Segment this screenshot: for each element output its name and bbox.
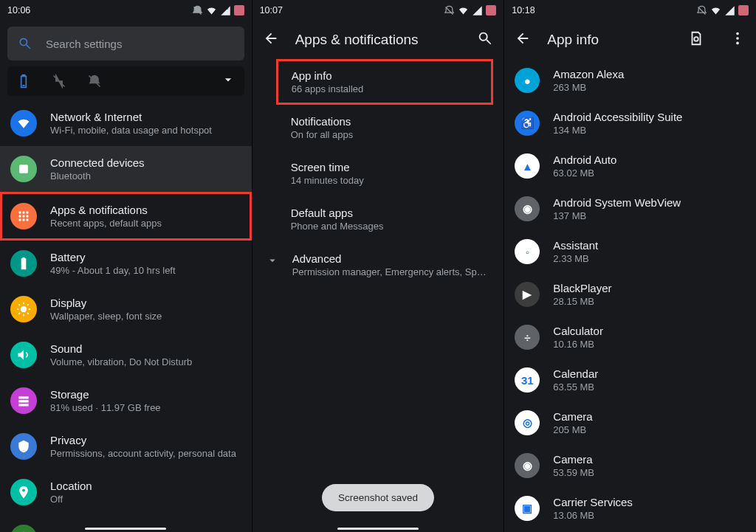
app-item[interactable]: ÷Calculator10.16 MB <box>504 316 756 359</box>
settings-item-sub: Bluetooth <box>50 170 145 182</box>
app-item[interactable]: ◉Camera53.59 MB <box>504 444 756 487</box>
item-title: Screen time <box>291 161 487 173</box>
app-item[interactable]: ◉Android System WebView137 MB <box>504 187 756 230</box>
app-item[interactable]: ◎Camera205 MB <box>504 401 756 444</box>
settings-panel: 10:06 x Search settings Network & Intern… <box>0 0 252 532</box>
sound-icon <box>10 342 37 368</box>
settings-item-sub: Wallpaper, sleep, font size <box>50 311 162 322</box>
settings-item-privacy[interactable]: PrivacyPermissions, account activity, pe… <box>0 424 252 469</box>
app-icon: ◉ <box>515 196 540 221</box>
app-item[interactable]: ▣Carrier Services13.06 MB <box>504 487 756 530</box>
app-size: 10.16 MB <box>553 339 603 350</box>
app-icon: ▣ <box>515 496 540 521</box>
search-input[interactable]: Search settings <box>7 27 244 61</box>
app-size: 13.06 MB <box>553 510 633 521</box>
app-name: Camera <box>553 453 594 466</box>
app-item[interactable]: ▶BlackPlayer28.15 MB <box>504 273 756 316</box>
settings-item-title: Network & Internet <box>50 111 212 123</box>
back-button[interactable] <box>515 30 531 49</box>
app-name: Calendar <box>553 367 598 380</box>
back-button[interactable] <box>263 30 279 49</box>
filter-button[interactable] <box>688 30 704 49</box>
app-item[interactable]: ●Amazon Alexa263 MB <box>504 59 756 102</box>
dnd-icon <box>192 5 203 16</box>
app-size: 2.33 MB <box>553 253 598 264</box>
app-size: 263 MB <box>553 82 624 93</box>
app-icon: 31 <box>515 367 540 393</box>
apps-item-notifs[interactable]: NotificationsOn for all apps <box>252 105 504 151</box>
app-name: Amazon Alexa <box>553 68 624 80</box>
toast: Screenshot saved <box>322 484 434 511</box>
app-icon: ♿ <box>515 111 540 136</box>
app-size: 63.02 MB <box>553 167 616 179</box>
settings-item-sub: Recent apps, default apps <box>50 218 162 229</box>
app-icon: ● <box>515 68 540 93</box>
file-search-icon <box>688 30 704 46</box>
svg-point-7 <box>26 215 28 217</box>
app-icon: ▲ <box>515 153 540 179</box>
page-title: App info <box>547 32 672 48</box>
status-icons <box>696 5 749 16</box>
svg-point-19 <box>736 42 739 45</box>
app-item[interactable]: 31Calendar63.55 MB <box>504 359 756 401</box>
settings-item-apps[interactable]: Apps & notificationsRecent apps, default… <box>0 192 252 241</box>
apps-item-screentime[interactable]: Screen time14 minutes today <box>252 151 504 196</box>
dnd-icon <box>444 5 455 16</box>
svg-point-11 <box>21 306 27 312</box>
item-title: Default apps <box>291 207 487 219</box>
wifi-icon <box>206 5 217 16</box>
search-button[interactable] <box>477 30 493 49</box>
item-sub: 66 apps installed <box>292 83 478 94</box>
app-item[interactable]: ♿Android Accessibility Suite134 MB <box>504 102 756 145</box>
settings-item-storage[interactable]: Storage81% used · 11.97 GB free <box>0 378 252 424</box>
settings-item-location[interactable]: LocationOff <box>0 469 252 515</box>
signal-icon: x <box>220 5 231 16</box>
quick-settings-row[interactable] <box>7 66 244 96</box>
svg-point-16 <box>694 37 698 41</box>
app-item[interactable]: ◦Assistant2.33 MB <box>504 230 756 273</box>
svg-rect-14 <box>18 404 28 406</box>
svg-point-18 <box>736 37 739 40</box>
privacy-icon <box>10 433 37 460</box>
app-size: 53.59 MB <box>553 467 594 478</box>
app-name: Android System WebView <box>553 196 681 209</box>
search-icon <box>18 36 32 51</box>
status-clock: 10:18 <box>512 5 535 15</box>
chevron-down-icon[interactable] <box>221 72 236 90</box>
svg-rect-12 <box>18 396 28 398</box>
svg-text:x: x <box>226 6 228 10</box>
svg-point-17 <box>736 32 739 35</box>
security-icon <box>10 525 37 532</box>
app-name: Carrier Services <box>553 496 633 508</box>
svg-point-15 <box>22 488 25 491</box>
battery-outline-icon <box>16 74 31 89</box>
battery-icon <box>738 5 749 15</box>
nav-gesture-bar <box>337 528 419 530</box>
svg-point-3 <box>22 211 24 213</box>
advanced-item[interactable]: Advanced Permission manager, Emergency a… <box>252 242 504 288</box>
storage-icon <box>10 387 37 414</box>
settings-item-sound[interactable]: SoundVolume, vibration, Do Not Disturb <box>0 332 252 378</box>
wifi-icon <box>710 5 721 16</box>
page-title: Apps & notifications <box>295 32 461 48</box>
settings-item-display[interactable]: DisplayWallpaper, sleep, font size <box>0 286 252 332</box>
settings-item-network[interactable]: Network & InternetWi-Fi, mobile, data us… <box>0 100 252 146</box>
settings-item-battery[interactable]: Battery49% - About 1 day, 10 hrs left <box>0 241 252 286</box>
apps-item-default[interactable]: Default appsPhone and Messages <box>252 196 504 242</box>
status-bar: 10:06 x <box>0 0 252 21</box>
item-sub: 14 minutes today <box>291 175 487 186</box>
chevron-down-icon <box>266 252 279 270</box>
search-icon <box>477 30 493 46</box>
status-bar: 10:07 <box>252 0 504 21</box>
battery-icon <box>486 5 496 15</box>
settings-item-title: Battery <box>50 251 176 263</box>
arrow-back-icon <box>515 30 531 46</box>
overflow-button[interactable] <box>729 30 746 49</box>
settings-item-connected[interactable]: Connected devicesBluetooth <box>0 146 252 192</box>
status-clock: 10:07 <box>260 5 283 15</box>
app-name: BlackPlayer <box>553 282 611 294</box>
settings-item-sub: 81% used · 11.97 GB free <box>50 402 161 413</box>
app-item[interactable]: ▲Android Auto63.02 MB <box>504 145 756 187</box>
settings-item-sub: Wi-Fi, mobile, data usage and hotspot <box>50 125 212 136</box>
apps-item-appinfo[interactable]: App info66 apps installed <box>276 59 494 105</box>
